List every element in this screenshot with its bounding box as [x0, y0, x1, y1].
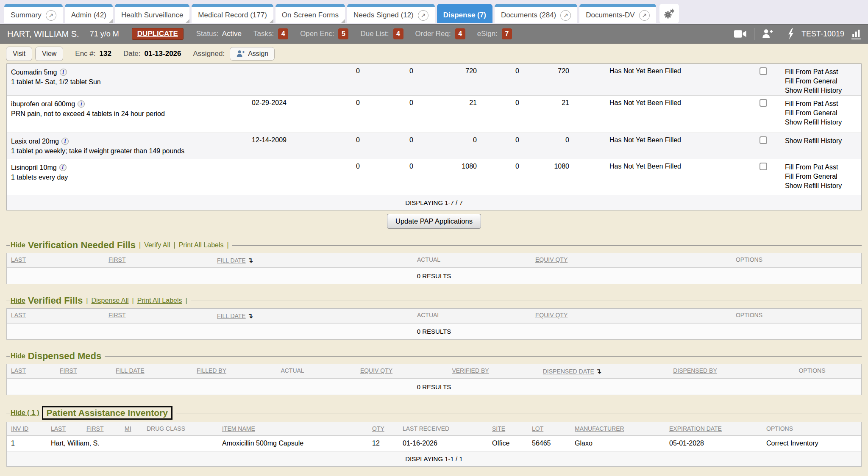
tab-dispense-7[interactable]: Dispense (7) [437, 4, 492, 23]
column-header[interactable]: FIRST [104, 256, 213, 264]
tab-health-surveillance[interactable]: Health Surveillance [115, 4, 189, 23]
stat-badge[interactable]: 5 [338, 28, 348, 39]
column-header[interactable]: FILLED BY [192, 367, 256, 375]
bar-chart-icon[interactable] [851, 29, 861, 39]
med-option-link[interactable]: Show Refill History [785, 118, 861, 127]
stat-badge[interactable]: 4 [455, 28, 465, 39]
fill-checkbox[interactable] [760, 136, 767, 144]
med-name-text: Coumadin 5mg [11, 69, 57, 76]
info-icon[interactable]: i [78, 100, 85, 108]
med-name-link[interactable]: Coumadin 5mgi [7, 67, 242, 77]
column-header[interactable]: MI [120, 425, 142, 432]
column-header[interactable]: LAST [7, 367, 56, 375]
section-title: Verified Fills [28, 295, 83, 306]
dropdown-fold-icon [341, 19, 345, 23]
column-header-label: FILLED BY [197, 367, 226, 374]
tab-medical-record-177[interactable]: Medical Record (177) [192, 4, 273, 23]
column-header[interactable]: LAST [7, 256, 104, 264]
column-header[interactable]: QTY [368, 425, 398, 432]
med-option-link[interactable]: Fill From General [785, 77, 861, 86]
section-verification-needed-fills: HideVerification Needed Fills|Verify All… [6, 240, 862, 284]
fill-checkbox[interactable] [760, 99, 767, 107]
tab-summary[interactable]: Summary↗ [4, 4, 63, 23]
table-cell[interactable]: Correct Inventory [762, 440, 861, 447]
tab-needs-signed-12[interactable]: Needs Signed (12)↗ [347, 4, 435, 23]
section-links: |Verify All|Print All Labels| [139, 241, 229, 249]
column-header[interactable]: EQUIV QTY [329, 367, 424, 375]
med-sig: 1 tablets every day [7, 172, 242, 182]
add-user-icon[interactable] [762, 29, 773, 39]
med-option-link[interactable]: Fill From General [785, 172, 861, 181]
med-option-link[interactable]: Fill From Pat Asst [785, 99, 861, 108]
patient-bar: HART, WILLIAM S. 71 y/o M DUPLICATE Stat… [0, 24, 868, 44]
column-header: ACTUAL [256, 367, 329, 375]
tab-documents-284[interactable]: Documents (284)↗ [495, 4, 577, 23]
column-header[interactable]: EQUIV QTY [531, 312, 637, 320]
visit-button[interactable]: Visit [6, 47, 32, 61]
view-button[interactable]: View [35, 47, 63, 61]
column-header[interactable]: FIRST [82, 425, 120, 432]
column-header-label: LOT [532, 425, 543, 432]
column-header[interactable]: FIRST [56, 367, 111, 375]
section-link-print-all-labels[interactable]: Print All Labels [179, 241, 224, 249]
assign-button[interactable]: Assign [230, 47, 275, 61]
med-option-link[interactable]: Show Refill History [785, 86, 861, 95]
med-option-link[interactable]: Show Refill History [785, 136, 861, 146]
column-header[interactable]: SITE [488, 425, 528, 432]
hide-link[interactable]: Hide [11, 352, 25, 360]
fill-checkbox[interactable] [760, 67, 767, 75]
info-icon[interactable]: i [59, 164, 67, 171]
update-pap-button[interactable]: Update PAP Applications [387, 214, 481, 229]
med-name-link[interactable]: Lisinopril 10mgi [7, 163, 242, 172]
info-icon[interactable]: i [61, 138, 69, 145]
section-header-verified-fills: HideVerified Fills|Dispense All|Print Al… [6, 295, 862, 306]
hide-link[interactable]: Hide [11, 297, 25, 304]
section-link-dispense-all[interactable]: Dispense All [91, 297, 128, 304]
column-header[interactable]: DISPENSED BY [627, 367, 763, 375]
tab-on-screen-forms[interactable]: On Screen Forms [275, 4, 345, 23]
med-option-link[interactable]: Fill From Pat Asst [785, 163, 861, 172]
stat-badge[interactable]: 4 [278, 28, 288, 39]
med-name-link[interactable]: Lasix oral 20mgi [7, 136, 242, 146]
med-row: Lasix oral 20mgi1 tablet po weekly; take… [7, 133, 861, 159]
section-link-verify-all[interactable]: Verify All [144, 241, 170, 249]
column-header[interactable]: MANUFACTURER [570, 425, 665, 432]
column-header[interactable]: EQUIV QTY [531, 256, 637, 264]
column-header-label: FILL DATE [217, 313, 246, 319]
column-header[interactable]: VERIFIED BY [424, 367, 517, 375]
tab-settings-button[interactable] [659, 4, 679, 23]
section-link-print-all-labels[interactable]: Print All Labels [137, 297, 182, 304]
column-header[interactable]: LAST [47, 425, 82, 432]
column-header[interactable]: EXPIRATION DATE [665, 425, 762, 432]
column-header[interactable]: FIRST [104, 312, 213, 320]
duplicate-badge[interactable]: DUPLICATE [132, 28, 184, 40]
lightning-icon[interactable] [787, 28, 794, 39]
checkbox-cell [751, 136, 775, 144]
med-option-link[interactable]: Fill From Pat Asst [785, 67, 861, 77]
video-camera-icon[interactable] [734, 29, 747, 39]
column-header[interactable]: FILL DATE [111, 367, 192, 375]
tab-admin-42[interactable]: Admin (42) [65, 4, 113, 23]
med-option-link[interactable]: Show Refill History [785, 181, 861, 191]
med-option-link[interactable]: Fill From General [785, 108, 861, 118]
tab-documents-dv[interactable]: Documents-DV↗ [579, 4, 656, 23]
section-rule [232, 245, 862, 246]
divider [754, 28, 754, 40]
column-header[interactable]: LAST [7, 312, 104, 320]
column-header[interactable]: INV ID [7, 425, 47, 432]
column-header[interactable]: ITEM NAME [218, 425, 368, 432]
stat-label: Order Req: [415, 30, 451, 38]
column-header-label: INV ID [11, 425, 28, 432]
info-icon[interactable]: i [60, 69, 67, 76]
column-header[interactable]: FILL DATE↴ [213, 256, 326, 264]
hide-link[interactable]: Hide ( 1 ) [11, 409, 39, 417]
stat-badge[interactable]: 4 [393, 28, 403, 39]
med-status: Has Not Yet Been Filled [573, 99, 751, 107]
hide-link[interactable]: Hide [11, 241, 25, 249]
med-name-link[interactable]: ibuprofen oral 600mgi [7, 99, 242, 109]
stat-badge[interactable]: 7 [502, 28, 512, 39]
column-header[interactable]: FILL DATE↴ [213, 312, 326, 320]
fill-checkbox[interactable] [760, 163, 767, 170]
column-header[interactable]: DISPENSED DATE↴ [517, 367, 627, 375]
column-header[interactable]: LOT [528, 425, 570, 432]
